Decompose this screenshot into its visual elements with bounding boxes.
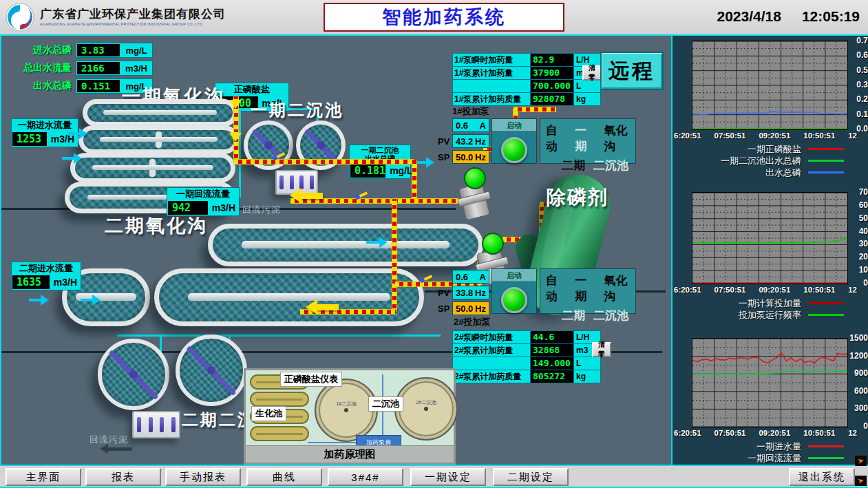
nav-main-button[interactable]: 主界面	[6, 468, 81, 486]
sed1-title: 一期二沉池	[251, 99, 343, 121]
pump2-pv-box: 33.8Hz	[452, 286, 489, 299]
pump2-current-box: 0.6A	[452, 270, 489, 284]
y-tick-label: 900	[854, 368, 868, 378]
legend-item: 一期二沉池出水总磷	[673, 155, 868, 167]
pump2-sp-box[interactable]: 50.0Hz	[452, 301, 489, 315]
remote-mode-button[interactable]: 远程	[600, 52, 664, 90]
nav-phase2-set-button[interactable]: 二期设定	[493, 468, 569, 486]
readout-unit: m3/H	[120, 61, 152, 75]
legend-swatch	[808, 457, 844, 459]
cursor-icon: ➤	[855, 456, 867, 466]
dosing-pipe	[412, 160, 416, 201]
flow-arrow-icon	[29, 299, 47, 301]
readout-label: 总出水流量	[8, 62, 72, 74]
sed1-out-value: 0.181	[350, 164, 385, 178]
flow-arrow-icon	[81, 299, 98, 301]
pump1-start-button[interactable]: 启动	[491, 118, 537, 164]
chart-legend: 一期正磷酸盐一期二沉池出水总磷出水总磷	[673, 143, 868, 178]
chart-plot	[692, 41, 848, 130]
pump1-mode-panel[interactable]: 自动一期氧化沟 二期二沉池	[540, 118, 636, 164]
oxidation-ditch1-channel	[78, 125, 239, 154]
legend-item: 出水总磷	[673, 167, 868, 178]
dosing-arrow-left-icon	[294, 193, 323, 199]
flow-arrow-icon	[62, 157, 80, 160]
dosing-pump1	[458, 178, 489, 217]
x-tick-label: 09:20:51	[759, 429, 790, 437]
nav-manual-report-button[interactable]: 手动报表	[165, 468, 241, 486]
pump1-current-box: 0.6A	[452, 118, 489, 132]
dosing-pipe	[234, 160, 414, 164]
nav-exit-button[interactable]: 退出系统	[789, 468, 855, 486]
pump1-start-indicator	[501, 137, 527, 163]
distribution-box2	[132, 411, 180, 438]
dosing-principle-inset: 1#二沉池 2#二沉池 正磷酸盐仪表 生化池 二沉池 加药泵房 加药原理图	[244, 368, 456, 465]
company-logo-icon	[6, 3, 34, 32]
pump2-clear-button[interactable]: 清零	[592, 342, 611, 357]
chart-plot	[692, 338, 848, 427]
inflow2-unit: m3/H	[50, 275, 81, 290]
y-tick-label: 0.6	[856, 50, 868, 60]
dosing-pipe	[514, 107, 556, 112]
y-tick-label: 0	[863, 421, 868, 431]
nav-report-button[interactable]: 报表	[85, 468, 161, 486]
legend-label: 投加泵运行频率	[698, 309, 801, 321]
cursor-icon: ➤	[855, 476, 867, 486]
nav-bar: 主界面 报表 手动报表 曲线 3#4# 一期设定 二期设定 退出系统	[0, 465, 868, 488]
oxidation-ditch1-channel	[70, 153, 235, 183]
y-tick-label: 1500	[849, 333, 868, 343]
readout-row: 进水总磷 3.83mg/L	[8, 43, 153, 58]
dosing-arrow-down-icon	[233, 99, 239, 106]
inset-caption: 加药原理图	[246, 445, 454, 463]
legend-label: 一期进水量	[698, 441, 801, 453]
x-tick-label: 6:20:51	[674, 286, 701, 294]
sludge-arrow-icon	[103, 447, 132, 451]
x-tick-label: 09:20:51	[759, 286, 790, 294]
legend-label: 一期二沉池出水总磷	[698, 155, 801, 167]
flow-arrow-icon	[366, 241, 385, 244]
inflow2-box: 二期进水流量 1635m3/H	[11, 262, 81, 290]
company-name: 广东省广业环保产业集团有限公司	[40, 6, 226, 22]
y-tick-label: 50	[859, 213, 868, 223]
oxidation-ditch2-channel	[154, 268, 424, 326]
x-axis-labels: 6:20:5107:50:5109:20:5110:50:5112	[674, 286, 857, 294]
nav-curve-button[interactable]: 曲线	[246, 468, 322, 486]
x-tick-label: 10:50:51	[803, 429, 835, 437]
pump1-run-indicator	[464, 167, 486, 189]
pump1-tag: 1#投加泵	[452, 105, 489, 118]
clarifier2-2	[176, 335, 247, 406]
dosing-arrow-down-icon	[233, 132, 239, 139]
legend-label: 一期正磷酸盐	[698, 143, 801, 156]
readout-value: 3.83	[77, 44, 120, 56]
chart-legend: 一期进水量一期回流流量	[673, 441, 868, 464]
pump1-clear-button[interactable]: 清零	[582, 65, 602, 81]
x-tick-label: 07:50:51	[714, 131, 745, 140]
readout-unit: mg/L	[120, 43, 152, 57]
pump2-run-indicator	[482, 233, 504, 255]
nav-3-4-button[interactable]: 3#4#	[328, 468, 403, 486]
chart-plot	[692, 192, 848, 284]
return1-value: 942	[168, 201, 208, 215]
water-pipe	[117, 335, 441, 337]
dosing-agent-label: 除磷剂	[547, 184, 608, 211]
pump1-sp-label: SP	[438, 152, 449, 162]
legend-swatch	[808, 314, 844, 316]
x-axis-labels: 6:20:5107:50:5109:20:5110:50:5112	[674, 429, 857, 437]
pump1-pv-box: 43.2Hz	[452, 134, 489, 148]
flow-arrow-icon	[67, 132, 85, 135]
dosing-arrow-left-icon	[310, 304, 339, 310]
y-tick-label: 40	[859, 226, 868, 236]
readout-row: 总出水流量 2166m3/H	[8, 61, 153, 76]
plant-diagram: 进水总磷 3.83mg/L 总出水流量 2166m3/H 出水总磷 0.151m…	[0, 34, 671, 465]
y-tick-label: 0.1	[856, 109, 868, 119]
pump2-mode-panel[interactable]: 自动一期氧化沟 二期二沉池	[540, 268, 636, 314]
pump1-sp-box[interactable]: 50.0Hz	[452, 150, 489, 164]
oxidation-ditch1-channel	[83, 99, 237, 127]
date-label: 2023/4/18	[717, 8, 781, 25]
y-tick-label: 0.7	[856, 36, 868, 45]
x-tick-label: 09:20:51	[759, 131, 790, 140]
pump2-start-button[interactable]: 启动	[491, 268, 537, 314]
nav-phase1-set-button[interactable]: 一期设定	[410, 468, 486, 486]
legend-item: 一期正磷酸盐	[673, 143, 868, 155]
y-tick-label: 300	[854, 403, 868, 413]
header-bar: 广东省广业环保产业集团有限公司 GUANGDONG GUANGYE ENVIRO…	[0, 0, 868, 35]
